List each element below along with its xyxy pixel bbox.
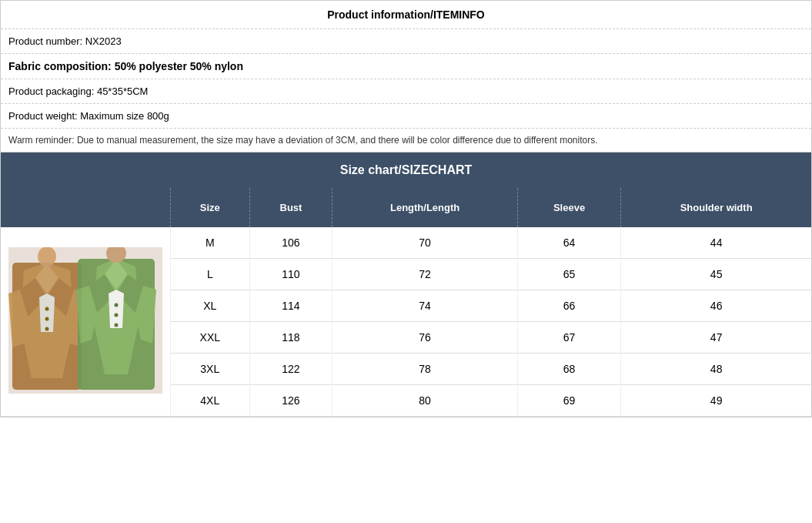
table-row: M106706444 bbox=[1, 227, 811, 259]
size-table-wrapper: Size Bust Length/Length Sleeve Shoulder … bbox=[1, 188, 811, 417]
warm-reminder-text: Warm reminder: Due to manual measurement… bbox=[8, 135, 598, 146]
product-packaging-label: Product packaging: 45*35*5CM bbox=[8, 85, 148, 97]
cell-sleeve: 64 bbox=[517, 227, 620, 259]
cell-length: 72 bbox=[332, 259, 517, 290]
cell-length: 70 bbox=[332, 227, 517, 259]
table-header-row: Size Bust Length/Length Sleeve Shoulder … bbox=[1, 188, 811, 227]
product-number-label: Product number: NX2023 bbox=[8, 35, 122, 47]
svg-marker-18 bbox=[109, 290, 124, 328]
cell-shoulder: 44 bbox=[621, 227, 811, 259]
cell-bust: 118 bbox=[249, 322, 332, 354]
col-header-sleeve: Sleeve bbox=[517, 188, 620, 227]
col-header-size: Size bbox=[171, 188, 250, 227]
col-header-shoulder: Shoulder width bbox=[621, 188, 811, 227]
cell-sleeve: 65 bbox=[517, 259, 620, 290]
product-number-row: Product number: NX2023 bbox=[1, 29, 811, 54]
product-weight-label: Product weight: Maximum size 800g bbox=[8, 110, 169, 122]
cell-length: 76 bbox=[332, 322, 517, 354]
product-image-cell bbox=[1, 227, 171, 417]
size-table: Size Bust Length/Length Sleeve Shoulder … bbox=[1, 188, 811, 417]
cell-sleeve: 68 bbox=[517, 354, 620, 385]
cell-length: 78 bbox=[332, 354, 517, 385]
cell-size: M bbox=[171, 227, 250, 259]
cell-size: XL bbox=[171, 290, 250, 322]
col-header-image bbox=[1, 188, 171, 227]
col-header-length: Length/Length bbox=[332, 188, 517, 227]
cell-shoulder: 46 bbox=[621, 290, 811, 322]
warm-reminder-row: Warm reminder: Due to manual measurement… bbox=[1, 129, 811, 153]
cell-shoulder: 45 bbox=[621, 259, 811, 290]
cell-shoulder: 48 bbox=[621, 354, 811, 385]
cell-sleeve: 69 bbox=[517, 385, 620, 417]
fabric-composition-label: Fabric composition: 50% polyester 50% ny… bbox=[8, 60, 243, 72]
cell-bust: 126 bbox=[249, 385, 332, 417]
svg-point-22 bbox=[115, 313, 119, 317]
cell-bust: 114 bbox=[249, 290, 332, 322]
product-info-header: Product information/ITEMINFO bbox=[1, 1, 811, 29]
cell-sleeve: 66 bbox=[517, 290, 620, 322]
size-chart-header: Size chart/SIZECHART bbox=[1, 153, 811, 188]
product-weight-row: Product weight: Maximum size 800g bbox=[1, 104, 811, 129]
cell-size: L bbox=[171, 259, 250, 290]
product-packaging-row: Product packaging: 45*35*5CM bbox=[1, 79, 811, 104]
cell-bust: 122 bbox=[249, 354, 332, 385]
product-image-svg bbox=[8, 247, 162, 394]
svg-rect-25 bbox=[12, 263, 82, 390]
cell-shoulder: 49 bbox=[621, 385, 811, 417]
col-header-bust: Bust bbox=[249, 188, 332, 227]
cell-size: 4XL bbox=[171, 385, 250, 417]
product-info-container: Product information/ITEMINFO Product num… bbox=[0, 0, 812, 417]
cell-bust: 110 bbox=[249, 259, 332, 290]
svg-point-21 bbox=[115, 303, 119, 307]
svg-point-23 bbox=[115, 324, 119, 327]
cell-length: 80 bbox=[332, 385, 517, 417]
cell-sleeve: 67 bbox=[517, 322, 620, 354]
cell-size: XXL bbox=[171, 322, 250, 354]
fabric-composition-row: Fabric composition: 50% polyester 50% ny… bbox=[1, 54, 811, 79]
cell-length: 74 bbox=[332, 290, 517, 322]
cell-size: 3XL bbox=[171, 354, 250, 385]
cell-bust: 106 bbox=[249, 227, 332, 259]
cell-shoulder: 47 bbox=[621, 322, 811, 354]
